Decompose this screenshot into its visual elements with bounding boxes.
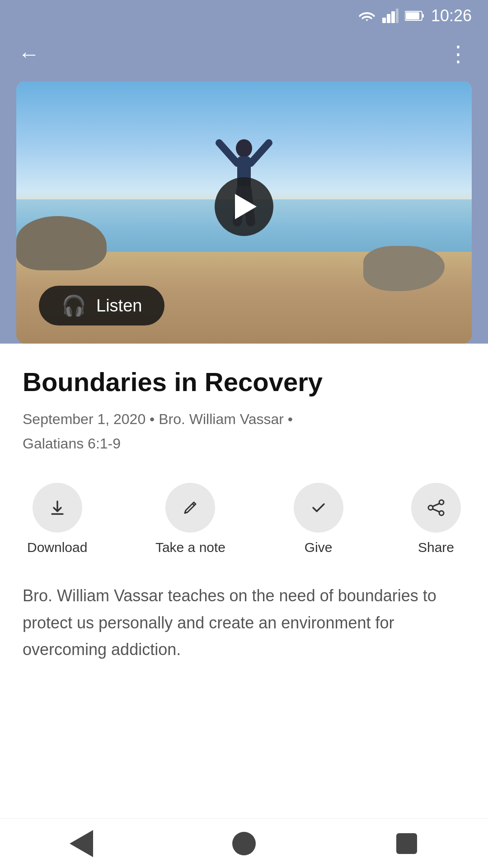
nav-home-icon [232,832,256,855]
status-bar: 10:26 [0,0,488,32]
top-nav: ← ⋮ [0,32,488,77]
note-circle [165,483,215,533]
play-button[interactable] [215,177,273,236]
sermon-description: Bro. William Vassar teaches on the need … [23,582,465,663]
give-circle [294,483,343,533]
sermon-meta: September 1, 2020 • Bro. William Vassar … [23,407,465,456]
svg-line-14 [192,504,194,505]
bottom-nav [0,818,488,868]
svg-line-10 [251,143,269,163]
more-options-button[interactable]: ⋮ [447,43,470,65]
sermon-date: September 1, 2020 [23,411,145,427]
media-card: 🎧 Listen [16,81,472,344]
status-time: 10:26 [431,6,472,25]
wifi-icon [358,9,376,23]
share-circle [411,483,461,533]
content-area: Boundaries in Recovery September 1, 2020… [0,344,488,841]
back-button[interactable]: ← [18,43,40,65]
take-a-note-action[interactable]: Take a note [155,483,225,555]
svg-rect-3 [396,9,399,23]
edit-icon [180,498,200,518]
svg-point-7 [236,139,252,157]
nav-stop-icon [396,833,417,854]
svg-rect-0 [382,18,386,23]
svg-rect-1 [387,14,390,23]
sermon-title: Boundaries in Recovery [23,366,465,398]
status-icons: 10:26 [358,6,472,25]
share-label: Share [418,540,454,555]
nav-stop-button[interactable] [389,826,425,862]
svg-rect-2 [391,11,395,23]
svg-point-17 [439,511,444,515]
nav-back-button[interactable] [63,826,99,862]
download-action[interactable]: Download [27,483,87,555]
nav-back-icon [70,830,93,857]
sermon-author: Bro. William Vassar [159,411,284,427]
sermon-passage: Galatians 6:1-9 [23,435,121,452]
svg-line-9 [219,143,237,163]
give-action[interactable]: Give [294,483,343,555]
download-label: Download [27,540,87,555]
play-icon [235,194,257,219]
signal-icon [382,9,399,23]
listen-button[interactable]: 🎧 Listen [39,286,164,326]
download-circle [33,483,82,533]
svg-rect-5 [406,12,419,19]
svg-point-16 [428,505,433,510]
check-icon [309,498,328,518]
nav-home-button[interactable] [226,826,262,862]
note-label: Take a note [155,540,225,555]
headphone-icon: 🎧 [61,296,86,316]
svg-point-15 [439,500,444,505]
download-icon [47,498,67,518]
battery-icon [405,9,425,22]
svg-line-18 [433,504,439,506]
listen-label: Listen [96,296,142,316]
share-icon [426,498,446,518]
actions-row: Download Take a note Give [23,483,465,555]
give-label: Give [305,540,333,555]
share-action[interactable]: Share [411,483,461,555]
svg-line-19 [433,509,439,512]
svg-rect-6 [422,14,424,18]
